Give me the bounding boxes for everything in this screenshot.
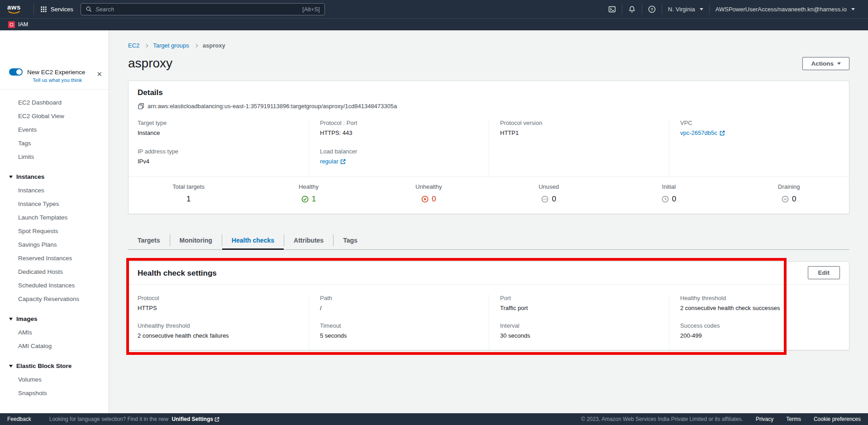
language-text: Looking for language selection? Find it …	[49, 416, 169, 422]
stat-label: Healthy	[248, 183, 368, 190]
stat-unhealthy: Unhealthy0	[369, 183, 489, 204]
sidebar-item-dedicated-hosts[interactable]: Dedicated Hosts	[0, 265, 109, 279]
sidebar-item-launch-templates[interactable]: Launch Templates	[0, 211, 109, 224]
sidebar-item-scheduled-instances[interactable]: Scheduled Instances	[0, 279, 109, 292]
sidebar-item-instances[interactable]: Instances	[0, 184, 109, 197]
sidebar-item-snapshots[interactable]: Snapshots	[0, 387, 109, 400]
sidebar: New EC2 Experience Tell us what you thin…	[0, 30, 109, 413]
favorite-iam-link[interactable]: IAM	[18, 21, 28, 28]
sidebar-item-tags[interactable]: Tags	[0, 137, 109, 150]
stat-number: 0	[432, 195, 436, 204]
sidebar-item-reserved-instances[interactable]: Reserved Instances	[0, 252, 109, 265]
new-experience-toggle[interactable]	[9, 68, 23, 76]
sidebar-nav: EC2 DashboardEC2 Global ViewEventsTagsLi…	[0, 90, 109, 400]
field-label: Healthy threshold	[680, 295, 842, 301]
section-caret-icon	[9, 176, 13, 178]
field-label: Load balancer	[320, 148, 482, 155]
tab-targets[interactable]: Targets	[128, 231, 170, 249]
sidebar-item-ec2-dashboard[interactable]: EC2 Dashboard	[0, 96, 109, 110]
sidebar-item-amis[interactable]: AMIs	[0, 326, 109, 339]
footer-link-cookie-preferences[interactable]: Cookie preferences	[814, 416, 861, 422]
field-value: 2 consecutive health check successes	[680, 305, 842, 311]
unified-settings-link[interactable]: Unified Settings	[172, 416, 219, 422]
stat-value: 0	[489, 195, 609, 204]
feedback-link[interactable]: Feedback	[7, 416, 31, 422]
notifications-button[interactable]	[622, 5, 642, 13]
breadcrumb-separator-icon	[194, 43, 198, 47]
stat-label: Initial	[609, 183, 729, 190]
sidebar-item-savings-plans[interactable]: Savings Plans	[0, 238, 109, 252]
details-fields: Target typeInstanceIP address typeIPv4Pr…	[129, 119, 849, 177]
target-status-summary: Total targets1Healthy1Unhealthy0Unused0I…	[129, 177, 849, 214]
help-button[interactable]: ?	[642, 5, 662, 13]
search-icon	[86, 6, 92, 12]
account-menu[interactable]: AWSPowerUserAccess/navaneeth.kn@harness.…	[710, 6, 861, 13]
cloudshell-button[interactable]	[602, 5, 622, 13]
tabs: TargetsMonitoringHealth checksAttributes…	[128, 231, 849, 250]
header-divider	[33, 4, 34, 14]
sidebar-section-images[interactable]: Images	[0, 312, 109, 326]
caret-down-icon	[851, 8, 855, 10]
sidebar-item-instance-types[interactable]: Instance Types	[0, 197, 109, 211]
field-value: 200-499	[680, 332, 842, 339]
field-value: Instance	[138, 129, 301, 136]
sidebar-item-limits[interactable]: Limits	[0, 150, 109, 164]
header-right-group: ? N. Virginia AWSPowerUserAccess/navanee…	[602, 4, 861, 14]
field-protocol-port: Protocol : PortHTTPS: 443	[320, 119, 482, 136]
sidebar-item-volumes[interactable]: Volumes	[0, 373, 109, 387]
field-protocol-version: Protocol versionHTTP1	[500, 119, 662, 136]
search-input[interactable]	[95, 6, 299, 13]
breadcrumb-item-ec2[interactable]: EC2	[128, 42, 139, 49]
stat-label: Unused	[489, 183, 609, 190]
search-bar[interactable]: [Alt+S]	[81, 3, 325, 15]
tab-monitoring[interactable]: Monitoring	[170, 231, 222, 249]
arn-value: arn:aws:elasticloadbalancing:us-east-1:3…	[148, 103, 397, 110]
sidebar-item-events[interactable]: Events	[0, 123, 109, 137]
breadcrumb-item-target-groups[interactable]: Target groups	[153, 42, 189, 49]
field-ip-address-type: IP address typeIPv4	[138, 148, 301, 165]
arn-row: arn:aws:elasticloadbalancing:us-east-1:3…	[129, 103, 849, 110]
region-selector[interactable]: N. Virginia	[662, 6, 709, 13]
field-success-codes: Success codes200-499	[680, 322, 842, 339]
edit-button[interactable]: Edit	[808, 266, 840, 279]
external-link-icon	[340, 159, 346, 164]
field-value: Traffic port	[500, 305, 662, 311]
field-column: Protocol versionHTTP1	[489, 119, 669, 177]
field-label: Port	[500, 295, 662, 301]
close-sidebar-button[interactable]: ✕	[96, 70, 102, 78]
stat-number: 1	[312, 195, 316, 204]
sidebar-item-capacity-reservations[interactable]: Capacity Reservations	[0, 292, 109, 306]
field-column: Healthy threshold2 consecutive health ch…	[669, 295, 849, 350]
x-circle-icon	[421, 196, 429, 203]
field-column: Path/Timeout5 seconds	[309, 295, 489, 350]
experience-toggle-block: New EC2 Experience Tell us what you thin…	[0, 30, 109, 90]
field-column: PortTraffic portInterval30 seconds	[489, 295, 669, 350]
field-value-link[interactable]: vpc-2657db5c	[680, 129, 725, 136]
field-value-link[interactable]: regular	[320, 158, 346, 165]
sidebar-section-elastic-block-store[interactable]: Elastic Block Store	[0, 359, 109, 373]
field-label: Interval	[500, 322, 662, 329]
clock-circle-icon	[662, 196, 669, 203]
stat-unused: Unused0	[489, 183, 609, 204]
stat-total-targets: Total targets1	[129, 183, 248, 204]
aws-logo[interactable]: aws	[7, 4, 21, 14]
stat-draining: Draining0	[729, 183, 849, 204]
sidebar-item-spot-requests[interactable]: Spot Requests	[0, 224, 109, 238]
footer-link-privacy[interactable]: Privacy	[756, 416, 773, 422]
sidebar-item-ami-catalog[interactable]: AMI Catalog	[0, 339, 109, 353]
actions-button[interactable]: Actions	[802, 57, 849, 70]
ellipsis-circle-icon	[541, 196, 548, 203]
footer-link-terms[interactable]: Terms	[786, 416, 801, 422]
stat-value: 1	[248, 195, 368, 204]
copy-arn-button[interactable]	[138, 103, 144, 110]
services-menu-button[interactable]: Services	[40, 6, 73, 13]
tab-health-checks[interactable]: Health checks	[222, 231, 284, 249]
tab-attributes[interactable]: Attributes	[284, 231, 333, 249]
field-interval: Interval30 seconds	[500, 322, 662, 339]
experience-feedback-link[interactable]: Tell us what you think	[33, 77, 101, 83]
field-vpc: VPCvpc-2657db5c	[680, 119, 842, 136]
sidebar-section-instances[interactable]: Instances	[0, 170, 109, 184]
sidebar-item-ec2-global-view[interactable]: EC2 Global View	[0, 110, 109, 123]
tab-tags[interactable]: Tags	[334, 231, 367, 249]
page-root: aws Services [Alt+S] ? N. Virginia	[0, 0, 868, 425]
